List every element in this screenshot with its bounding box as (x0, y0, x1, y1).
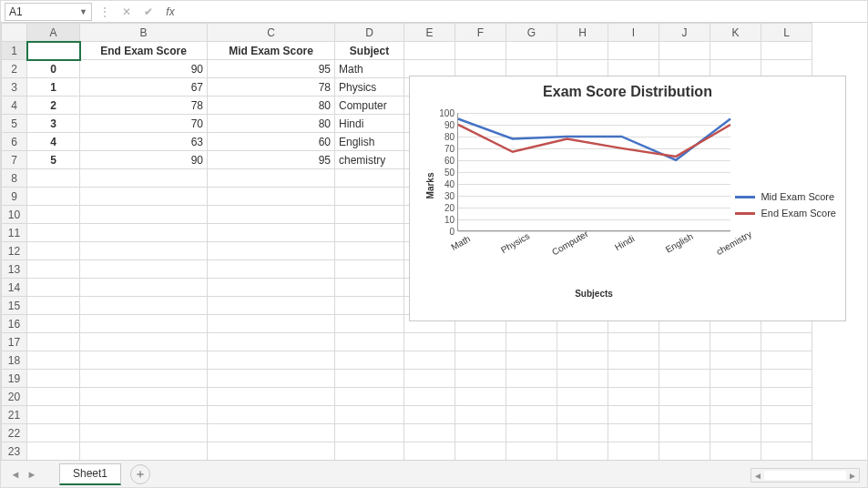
cell[interactable] (80, 169, 208, 188)
cell[interactable] (761, 42, 812, 60)
cell[interactable] (27, 297, 80, 315)
scroll-right-icon[interactable]: ► (846, 471, 859, 481)
cell[interactable] (557, 388, 608, 406)
cell[interactable] (659, 351, 710, 370)
row-header[interactable]: 21 (2, 406, 27, 424)
cell[interactable]: English (335, 133, 404, 151)
cell[interactable] (335, 260, 404, 279)
cell[interactable] (608, 42, 659, 60)
cell[interactable]: 80 (208, 115, 335, 133)
cell[interactable] (404, 370, 455, 388)
cell[interactable] (208, 406, 335, 424)
cell[interactable]: Subject (335, 42, 404, 60)
cell[interactable]: 78 (208, 78, 335, 97)
cell[interactable] (761, 370, 812, 388)
col-header[interactable]: A (27, 24, 80, 42)
cell[interactable] (404, 442, 455, 461)
cell[interactable] (557, 42, 608, 60)
cell[interactable] (710, 42, 761, 60)
cell[interactable] (404, 388, 455, 406)
cell[interactable] (608, 333, 659, 351)
cell[interactable] (710, 370, 761, 388)
cell[interactable] (335, 242, 404, 260)
cell[interactable] (761, 333, 812, 351)
row-header[interactable]: 23 (2, 442, 27, 461)
cell[interactable]: 3 (27, 115, 80, 133)
cell[interactable]: 1 (27, 78, 80, 97)
cell[interactable] (761, 351, 812, 370)
cell[interactable] (404, 351, 455, 370)
cell[interactable] (608, 388, 659, 406)
cell[interactable] (506, 351, 557, 370)
col-header[interactable]: C (208, 24, 335, 42)
scroll-track[interactable] (764, 471, 846, 480)
cell[interactable] (335, 406, 404, 424)
row-header[interactable]: 13 (2, 260, 27, 279)
row-header[interactable]: 18 (2, 351, 27, 370)
cell[interactable] (208, 279, 335, 297)
cell[interactable] (335, 388, 404, 406)
cell[interactable] (27, 442, 80, 461)
cell[interactable] (506, 424, 557, 442)
cell[interactable] (710, 351, 761, 370)
cell[interactable]: 95 (208, 151, 335, 169)
cell[interactable]: 67 (80, 78, 208, 97)
name-box[interactable]: A1 ▼ (5, 3, 92, 21)
col-header[interactable]: D (335, 24, 404, 42)
cell[interactable]: 63 (80, 133, 208, 151)
col-header[interactable]: I (608, 24, 659, 42)
cell[interactable]: Physics (335, 78, 404, 97)
row-header[interactable]: 14 (2, 279, 27, 297)
cell[interactable] (710, 388, 761, 406)
cell[interactable]: 90 (80, 60, 208, 78)
row-header[interactable]: 3 (2, 78, 27, 97)
chevron-down-icon[interactable]: ▼ (79, 7, 87, 16)
cell[interactable] (208, 442, 335, 461)
cell[interactable]: 2 (27, 97, 80, 115)
cell[interactable] (335, 206, 404, 224)
cell[interactable]: 90 (80, 151, 208, 169)
cell[interactable] (761, 442, 812, 461)
cell[interactable]: Computer (335, 97, 404, 115)
cell[interactable] (710, 406, 761, 424)
cell[interactable] (335, 169, 404, 188)
cell[interactable] (557, 351, 608, 370)
col-header[interactable]: F (455, 24, 506, 42)
cell[interactable] (80, 224, 208, 242)
cell[interactable]: 70 (80, 115, 208, 133)
cell[interactable] (27, 333, 80, 351)
cell[interactable] (659, 333, 710, 351)
cell[interactable] (208, 169, 335, 188)
cell[interactable] (455, 424, 506, 442)
cell[interactable] (557, 370, 608, 388)
cell[interactable] (506, 406, 557, 424)
add-sheet-button[interactable]: ＋ (130, 464, 150, 484)
cell[interactable] (335, 370, 404, 388)
cell[interactable] (208, 388, 335, 406)
cell[interactable] (659, 370, 710, 388)
cell[interactable] (608, 442, 659, 461)
cell[interactable] (557, 333, 608, 351)
cell[interactable]: End Exam Score (80, 42, 208, 60)
cell[interactable] (208, 260, 335, 279)
cell[interactable] (80, 424, 208, 442)
accept-icon[interactable]: ✔ (139, 3, 158, 21)
scroll-left-icon[interactable]: ◄ (751, 471, 764, 481)
cell[interactable] (80, 279, 208, 297)
cell[interactable] (608, 351, 659, 370)
row-header[interactable]: 9 (2, 188, 27, 206)
cell[interactable] (208, 206, 335, 224)
cell[interactable] (608, 370, 659, 388)
cell[interactable] (80, 351, 208, 370)
cell[interactable] (335, 351, 404, 370)
row-header[interactable]: 2 (2, 60, 27, 78)
row-header[interactable]: 7 (2, 151, 27, 169)
col-header[interactable]: G (506, 24, 557, 42)
tab-nav-prev-icon[interactable]: ◄ (8, 464, 23, 484)
cell[interactable] (404, 406, 455, 424)
cell[interactable] (208, 351, 335, 370)
row-header[interactable]: 1 (2, 42, 27, 60)
cell[interactable] (455, 406, 506, 424)
row-header[interactable]: 15 (2, 297, 27, 315)
cell[interactable] (608, 424, 659, 442)
